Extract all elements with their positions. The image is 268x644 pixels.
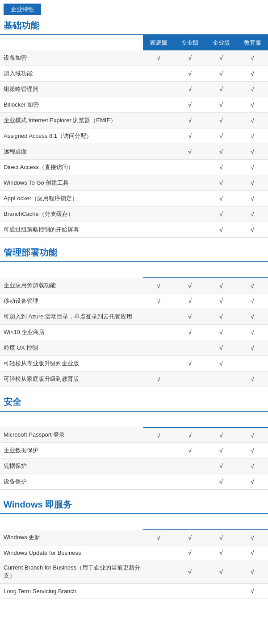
table-row: 加入域功能√√√ bbox=[0, 66, 268, 82]
table-row: Microsoft Passport 登录√√√√ bbox=[0, 427, 268, 443]
cell-pro: √ bbox=[174, 443, 205, 458]
row-label: 可通过组策略控制的开始屏幕 bbox=[0, 222, 143, 238]
cell-pro: √ bbox=[174, 356, 205, 372]
cell-home bbox=[143, 82, 174, 97]
cell-home bbox=[143, 206, 174, 222]
cell-home bbox=[143, 144, 174, 160]
table-row: 设备加密√√√√ bbox=[0, 50, 268, 66]
cell-ent: √ bbox=[205, 222, 237, 238]
cell-edu: √ bbox=[237, 309, 268, 325]
col-header-edu-3: 教育版 bbox=[237, 514, 268, 530]
cell-home bbox=[143, 340, 174, 356]
cell-edu: √ bbox=[237, 584, 268, 599]
cell-ent: √ bbox=[205, 82, 237, 97]
col-header-ent-2: 企业版 bbox=[205, 412, 237, 427]
row-label: 凭据保护 bbox=[0, 458, 143, 474]
col-header-home-3: 家庭版 bbox=[143, 514, 174, 530]
cell-home bbox=[143, 545, 174, 560]
cell-edu bbox=[237, 356, 268, 372]
cell-home bbox=[143, 128, 174, 144]
cell-home bbox=[143, 584, 174, 599]
cell-ent: √ bbox=[205, 206, 237, 222]
cell-ent: √ bbox=[205, 356, 237, 372]
row-label: AppLocker（应用程序锁定） bbox=[0, 191, 143, 206]
col-header-name-3 bbox=[0, 514, 143, 530]
table-row: 凭据保护√√ bbox=[0, 458, 268, 474]
cell-home: √ bbox=[143, 372, 174, 387]
cell-home bbox=[143, 191, 174, 206]
cell-edu: √ bbox=[237, 191, 268, 206]
col-header-name-1 bbox=[0, 262, 143, 278]
cell-pro bbox=[174, 458, 205, 474]
row-label: Win10 企业商店 bbox=[0, 325, 143, 340]
cell-ent: √ bbox=[205, 325, 237, 340]
cell-ent: √ bbox=[205, 97, 237, 113]
cell-ent: √ bbox=[205, 293, 237, 309]
cell-pro bbox=[174, 191, 205, 206]
cell-home bbox=[143, 560, 174, 584]
table-windows-service: 家庭版专业版企业版教育版Windows 更新√√√√Windows Update… bbox=[0, 514, 268, 599]
cell-edu: √ bbox=[237, 372, 268, 387]
cell-ent: √ bbox=[205, 175, 237, 191]
table-row: BranchCache（分支缓存）√√ bbox=[0, 206, 268, 222]
col-header-edu-1: 教育版 bbox=[237, 262, 268, 278]
cell-ent: √ bbox=[205, 278, 237, 293]
cell-ent: √ bbox=[205, 160, 237, 175]
cell-edu: √ bbox=[237, 113, 268, 128]
cell-edu: √ bbox=[237, 222, 268, 238]
col-header-name-2 bbox=[0, 412, 143, 427]
cell-pro: √ bbox=[174, 293, 205, 309]
table-row: Win10 企业商店√√√ bbox=[0, 325, 268, 340]
cell-home bbox=[143, 175, 174, 191]
table-row: Current Branch for Business（用于企业的当前更新分支）… bbox=[0, 560, 268, 584]
cell-edu: √ bbox=[237, 293, 268, 309]
row-label: 移动设备管理 bbox=[0, 293, 143, 309]
section-title-basic: 基础功能 bbox=[0, 15, 268, 35]
cell-ent: √ bbox=[205, 66, 237, 82]
row-label: 粒度 UX 控制 bbox=[0, 340, 143, 356]
col-header-edu-2: 教育版 bbox=[237, 412, 268, 427]
cell-ent: √ bbox=[205, 474, 237, 490]
row-label: Windows To Go 创建工具 bbox=[0, 175, 143, 191]
cell-pro: √ bbox=[174, 144, 205, 160]
row-label: 组策略管理器 bbox=[0, 82, 143, 97]
row-label: Windows Update for Business bbox=[0, 545, 143, 560]
table-row: 移动设备管理√√√√ bbox=[0, 293, 268, 309]
cell-pro bbox=[174, 206, 205, 222]
table-row: 远程桌面√√√ bbox=[0, 144, 268, 160]
col-header-home-1: 家庭版 bbox=[143, 262, 174, 278]
cell-home bbox=[143, 66, 174, 82]
cell-edu: √ bbox=[237, 443, 268, 458]
row-label: BranchCache（分支缓存） bbox=[0, 206, 143, 222]
cell-edu: √ bbox=[237, 144, 268, 160]
cell-ent bbox=[205, 372, 237, 387]
row-label: Long Term Servicing Branch bbox=[0, 584, 143, 599]
cell-home bbox=[143, 97, 174, 113]
table-row: 可通过组策略控制的开始屏幕√√ bbox=[0, 222, 268, 238]
cell-home: √ bbox=[143, 278, 174, 293]
header-badge: 企业特性 bbox=[4, 4, 41, 15]
table-row: Windows To Go 创建工具√√ bbox=[0, 175, 268, 191]
row-label: Windows 更新 bbox=[0, 530, 143, 545]
cell-edu: √ bbox=[237, 206, 268, 222]
cell-edu: √ bbox=[237, 340, 268, 356]
cell-ent: √ bbox=[205, 144, 237, 160]
cell-ent: √ bbox=[205, 191, 237, 206]
cell-pro: √ bbox=[174, 427, 205, 443]
section-spacer bbox=[0, 387, 268, 392]
cell-home bbox=[143, 113, 174, 128]
cell-edu: √ bbox=[237, 82, 268, 97]
cell-edu: √ bbox=[237, 278, 268, 293]
cell-edu: √ bbox=[237, 545, 268, 560]
row-label: 企业数据保护 bbox=[0, 443, 143, 458]
row-label: 加入域功能 bbox=[0, 66, 143, 82]
row-label: 设备保护 bbox=[0, 474, 143, 490]
cell-ent: √ bbox=[205, 128, 237, 144]
cell-edu: √ bbox=[237, 175, 268, 191]
cell-home: √ bbox=[143, 293, 174, 309]
cell-ent: √ bbox=[205, 113, 237, 128]
cell-edu: √ bbox=[237, 325, 268, 340]
cell-edu: √ bbox=[237, 128, 268, 144]
cell-home bbox=[143, 160, 174, 175]
cell-pro bbox=[174, 222, 205, 238]
